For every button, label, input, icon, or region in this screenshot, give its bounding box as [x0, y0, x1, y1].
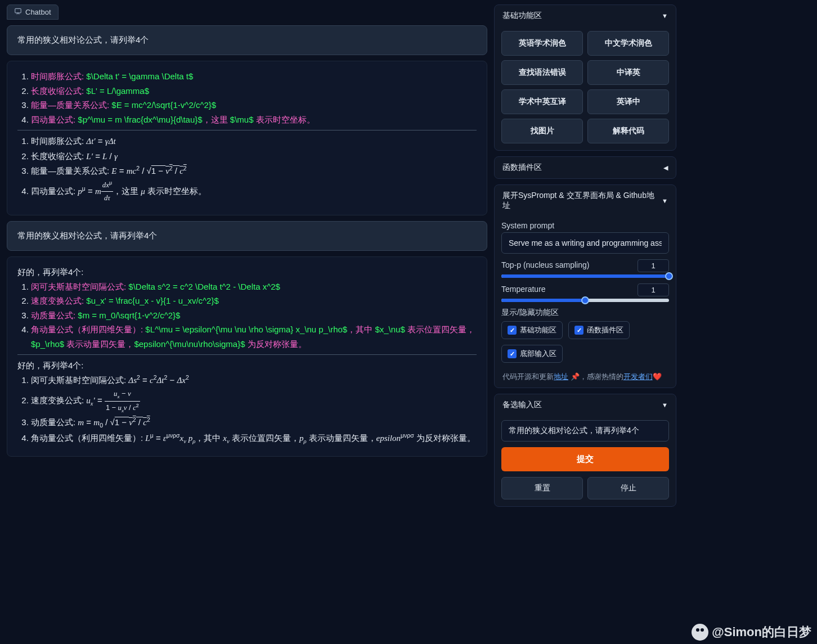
- chat-column: Chatbot 常用的狭义相对论公式，请列举4个 时间膨胀公式: $\Delta…: [0, 0, 494, 537]
- reset-button[interactable]: 重置: [501, 477, 583, 499]
- panel-sysprompt-header[interactable]: 展开SysPrompt & 交互界面布局 & Github地址 ▼: [495, 185, 676, 217]
- fn-btn-3[interactable]: 中译英: [587, 60, 669, 85]
- svg-rect-0: [15, 8, 21, 13]
- chevron-down-icon: ▼: [662, 197, 668, 204]
- fn-btn-0[interactable]: 英语学术润色: [501, 31, 583, 56]
- check-plugins[interactable]: ✓函数插件区: [568, 321, 630, 339]
- sidebar: 基础功能区 ▼ 英语学术润色 中文学术润色 查找语法错误 中译英 学术中英互译 …: [494, 0, 681, 537]
- topp-value[interactable]: 1: [638, 259, 669, 272]
- bot1-rendered-list: 时间膨胀公式: Δt′ = γΔt 长度收缩公式: L′ = L / γ 能量—…: [17, 134, 477, 205]
- bot2-rendered-list: 闵可夫斯基时空间隔公式: Δs2 = c2Δt2 − Δx2 速度变换公式: u…: [17, 373, 477, 447]
- bot2-raw-list: 闵可夫斯基时空间隔公式: $\Delta s^2 = c^2 \Delta t^…: [17, 280, 477, 352]
- user-message-2: 常用的狭义相对论公式，请再列举4个: [7, 221, 487, 251]
- fn-btn-2[interactable]: 查找语法错误: [501, 60, 583, 85]
- footnote: 代码开源和更新地址 📌，感谢热情的开发者们❤️: [495, 370, 676, 388]
- tab-label: Chatbot: [25, 8, 51, 16]
- bot-message-1: 时间膨胀公式: $\Delta t' = \gamma \Delta t$ 长度…: [7, 61, 487, 215]
- devs-link[interactable]: 开发者们: [623, 372, 653, 381]
- checkbox-row: ✓基础功能区 ✓函数插件区 ✓底部输入区: [501, 321, 669, 363]
- panel-plugins-header[interactable]: 函数插件区 ◀: [495, 157, 676, 178]
- panel-basic-header[interactable]: 基础功能区 ▼: [495, 5, 676, 26]
- fn-btn-1[interactable]: 中文学术润色: [587, 31, 669, 56]
- sysprompt-input[interactable]: [501, 232, 669, 254]
- temperature-label: Temperature: [501, 285, 546, 294]
- chevron-left-icon: ◀: [663, 164, 668, 172]
- show-hide-label: 显示/隐藏功能区: [501, 308, 669, 318]
- chevron-down-icon: ▼: [662, 402, 668, 408]
- heart-icon: ❤️: [653, 372, 662, 381]
- submit-button[interactable]: 提交: [501, 447, 669, 471]
- fn-btn-6[interactable]: 找图片: [501, 119, 583, 143]
- chevron-down-icon: ▼: [662, 12, 668, 19]
- panel-basic: 基础功能区 ▼ 英语学术润色 中文学术润色 查找语法错误 中译英 学术中英互译 …: [494, 4, 676, 151]
- panel-alt-input-header[interactable]: 备选输入区 ▼: [495, 394, 676, 416]
- temperature-slider[interactable]: [501, 299, 669, 302]
- user-message-1: 常用的狭义相对论公式，请列举4个: [7, 25, 487, 55]
- stop-button[interactable]: 停止: [587, 477, 669, 499]
- fn-btn-4[interactable]: 学术中英互译: [501, 89, 583, 114]
- fn-btn-5[interactable]: 英译中: [587, 89, 669, 114]
- check-basic[interactable]: ✓基础功能区: [501, 321, 563, 339]
- temperature-value[interactable]: 1: [638, 283, 669, 296]
- basic-button-grid: 英语学术润色 中文学术润色 查找语法错误 中译英 学术中英互译 英译中 找图片 …: [501, 31, 669, 143]
- topp-label: Top-p (nucleus sampling): [501, 260, 589, 269]
- bot1-raw-list: 时间膨胀公式: $\Delta t' = \gamma \Delta t$ 长度…: [17, 69, 477, 127]
- pin-icon: 📌: [571, 372, 580, 381]
- check-bottom-input[interactable]: ✓底部输入区: [501, 345, 563, 363]
- alt-input-field[interactable]: [501, 420, 669, 442]
- topp-slider[interactable]: [501, 274, 669, 278]
- chat-icon: [14, 7, 22, 17]
- panel-plugins: 函数插件区 ◀: [494, 156, 676, 179]
- repo-link[interactable]: 地址: [554, 372, 568, 381]
- tab-bar: Chatbot: [7, 4, 487, 20]
- bot-message-2: 好的，再列举4个: 闵可夫斯基时空间隔公式: $\Delta s^2 = c^2…: [7, 256, 487, 457]
- fn-btn-7[interactable]: 解释代码: [587, 119, 669, 143]
- sysprompt-label: System prompt: [501, 221, 669, 230]
- panel-alt-input: 备选输入区 ▼ 提交 重置 停止: [494, 394, 676, 507]
- tab-chatbot[interactable]: Chatbot: [7, 4, 59, 20]
- panel-sysprompt: 展开SysPrompt & 交互界面布局 & Github地址 ▼ System…: [494, 184, 676, 388]
